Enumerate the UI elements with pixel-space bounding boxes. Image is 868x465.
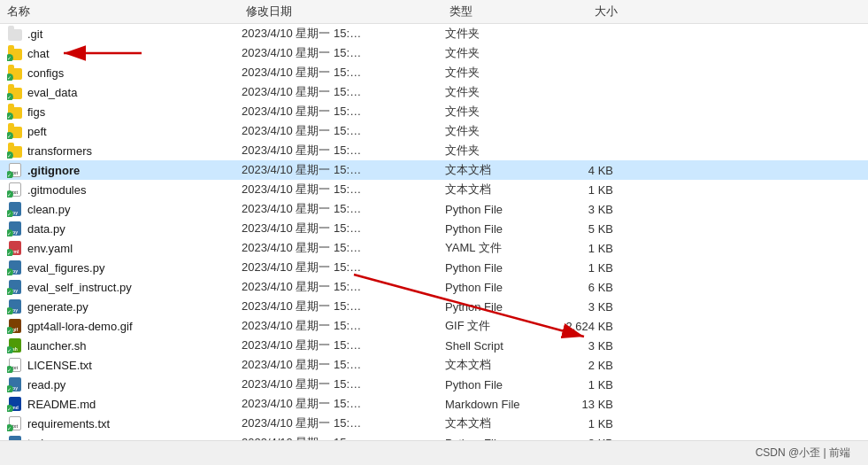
file-name: generate.py	[27, 300, 88, 314]
list-item[interactable]: py✓data.py2023/4/10 星期一 15:…Python File5…	[0, 219, 868, 238]
git-status-badge: ✓	[7, 93, 13, 100]
file-icon: ✓	[7, 123, 23, 139]
file-name: .git	[27, 27, 42, 41]
file-date: 2023/4/10 星期一 15:…	[242, 240, 445, 256]
bottom-bar: CSDN @小歪 | 前端	[0, 440, 868, 465]
file-type: 文件夹	[445, 123, 560, 139]
list-item[interactable]: sh✓launcher.sh2023/4/10 星期一 15:…Shell Sc…	[0, 336, 868, 355]
file-date: 2023/4/10 星期一 15:…	[242, 104, 445, 120]
file-name-cell: ✓transformers	[7, 143, 242, 159]
list-item[interactable]: yml✓env.yaml2023/4/10 星期一 15:…YAML 文件1 K…	[0, 238, 868, 258]
file-name-cell: py✓eval_figures.py	[7, 260, 242, 275]
git-status-badge: ✓	[7, 405, 13, 412]
file-name: figs	[27, 105, 45, 119]
file-date: 2023/4/10 星期一 15:…	[242, 65, 445, 81]
file-icon: ✓	[7, 104, 23, 120]
file-size: 1 KB	[560, 242, 631, 255]
list-item[interactable]: .git2023/4/10 星期一 15:…文件夹	[0, 24, 868, 43]
file-name-cell: ✓configs	[7, 65, 242, 81]
git-status-badge: ✓	[7, 190, 13, 198]
list-item[interactable]: gif✓gpt4all-lora-demo.gif2023/4/10 星期一 1…	[0, 316, 868, 336]
file-type: 文件夹	[445, 26, 560, 42]
header-type[interactable]: 类型	[449, 4, 565, 19]
file-name-cell: py✓generate.py	[7, 298, 242, 314]
file-type: 文本文档	[445, 357, 560, 373]
list-item[interactable]: py✓clean.py2023/4/10 星期一 15:…Python File…	[0, 199, 868, 219]
file-type: 文件夹	[445, 143, 560, 159]
file-type: Python File	[445, 222, 560, 236]
file-name-cell: txt✓.gitmodules	[7, 182, 242, 198]
file-icon: yml✓	[7, 240, 23, 256]
file-icon: txt✓	[7, 415, 23, 431]
file-date: 2023/4/10 星期一 15:…	[242, 182, 445, 198]
file-name: eval_self_instruct.py	[27, 281, 132, 294]
git-status-badge: ✓	[7, 424, 13, 431]
file-name: eval_figures.py	[27, 261, 104, 275]
file-type: Python File	[445, 300, 560, 314]
file-icon: py✓	[7, 376, 23, 392]
file-type: 文本文档	[445, 182, 560, 198]
list-item[interactable]: py✓eval_self_instruct.py2023/4/10 星期一 15…	[0, 277, 868, 297]
list-item[interactable]: ✓transformers2023/4/10 星期一 15:…文件夹	[0, 141, 868, 160]
file-type: YAML 文件	[445, 240, 560, 256]
file-date: 2023/4/10 星期一 15:…	[242, 143, 445, 159]
file-size: 1 KB	[560, 417, 631, 430]
header-size[interactable]: 大小	[565, 4, 635, 19]
file-size: 1 KB	[560, 183, 631, 197]
git-status-badge: ✓	[7, 171, 13, 178]
file-icon: md✓	[7, 396, 23, 412]
git-status-badge: ✓	[7, 327, 13, 334]
file-name-cell: ✓chat	[7, 45, 242, 61]
file-size: 5 KB	[560, 222, 631, 236]
file-name: clean.py	[27, 203, 70, 216]
file-name-cell: ✓eval_data	[7, 84, 242, 100]
file-name: chat	[27, 47, 50, 60]
header-name[interactable]: 名称	[7, 4, 246, 19]
list-item[interactable]: txt✓.gitmodules2023/4/10 星期一 15:…文本文档1 K…	[0, 180, 868, 199]
file-type: 文本文档	[445, 415, 560, 431]
list-item[interactable]: py✓generate.py2023/4/10 星期一 15:…Python F…	[0, 297, 868, 316]
list-item[interactable]: txt✓requirements.txt2023/4/10 星期一 15:…文本…	[0, 414, 868, 433]
list-item[interactable]: txt✓LICENSE.txt2023/4/10 星期一 15:…文本文档2 K…	[0, 355, 868, 375]
file-type: 文件夹	[445, 65, 560, 81]
file-date: 2023/4/10 星期一 15:…	[242, 201, 445, 217]
header-date[interactable]: 修改日期	[246, 4, 449, 19]
file-type: Markdown File	[445, 398, 560, 411]
list-item[interactable]: ✓figs2023/4/10 星期一 15:…文件夹	[0, 102, 868, 121]
file-name: data.py	[27, 222, 65, 236]
list-item[interactable]: ✓peft2023/4/10 星期一 15:…文件夹	[0, 121, 868, 141]
file-date: 2023/4/10 星期一 15:…	[242, 162, 445, 178]
file-icon: txt✓	[7, 162, 23, 178]
file-size: 1 KB	[560, 378, 631, 391]
file-icon: py✓	[7, 279, 23, 295]
file-name: requirements.txt	[27, 417, 110, 430]
list-item[interactable]: py✓read.py2023/4/10 星期一 15:…Python File1…	[0, 375, 868, 394]
file-icon: txt✓	[7, 357, 23, 373]
file-type: 文件夹	[445, 84, 560, 100]
file-date: 2023/4/10 星期一 15:…	[242, 84, 445, 100]
list-item[interactable]: ✓configs2023/4/10 星期一 15:…文件夹	[0, 63, 868, 82]
list-item[interactable]: md✓README.md2023/4/10 星期一 15:…Markdown F…	[0, 394, 868, 414]
file-icon	[7, 26, 23, 42]
file-date: 2023/4/10 星期一 15:…	[242, 260, 445, 275]
file-name-cell: ✓peft	[7, 123, 242, 139]
file-name-cell: py✓data.py	[7, 221, 242, 236]
file-date: 2023/4/10 星期一 15:…	[242, 279, 445, 295]
file-type: Python File	[445, 261, 560, 275]
list-item[interactable]: ✓chat2023/4/10 星期一 15:…文件夹	[0, 43, 868, 63]
file-type: 文本文档	[445, 162, 560, 178]
file-date: 2023/4/10 星期一 15:…	[242, 376, 445, 392]
git-status-badge: ✓	[7, 385, 13, 392]
file-name-cell: py✓read.py	[7, 376, 242, 392]
list-item[interactable]: txt✓.gitignore2023/4/10 星期一 15:…文本文档4 KB	[0, 160, 868, 180]
git-status-badge: ✓	[7, 366, 13, 373]
file-name-cell: yml✓env.yaml	[7, 240, 242, 256]
file-date: 2023/4/10 星期一 15:…	[242, 415, 445, 431]
list-item[interactable]: py✓eval_figures.py2023/4/10 星期一 15:…Pyth…	[0, 258, 868, 277]
column-headers: 名称 修改日期 类型 大小	[0, 0, 868, 24]
list-item[interactable]: ✓eval_data2023/4/10 星期一 15:…文件夹	[0, 82, 868, 102]
file-name: configs	[27, 66, 64, 80]
file-name: README.md	[27, 398, 96, 411]
git-status-badge: ✓	[7, 268, 13, 275]
file-name: transformers	[27, 144, 92, 158]
